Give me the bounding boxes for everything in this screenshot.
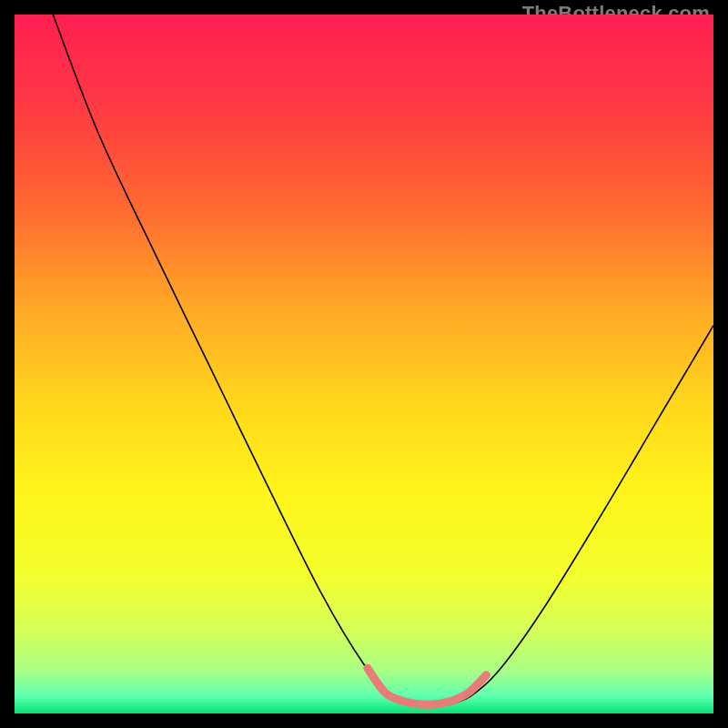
bottleneck-chart-svg bbox=[15, 15, 713, 713]
chart-plot-area bbox=[15, 15, 713, 713]
chart-background-gradient bbox=[15, 15, 713, 713]
